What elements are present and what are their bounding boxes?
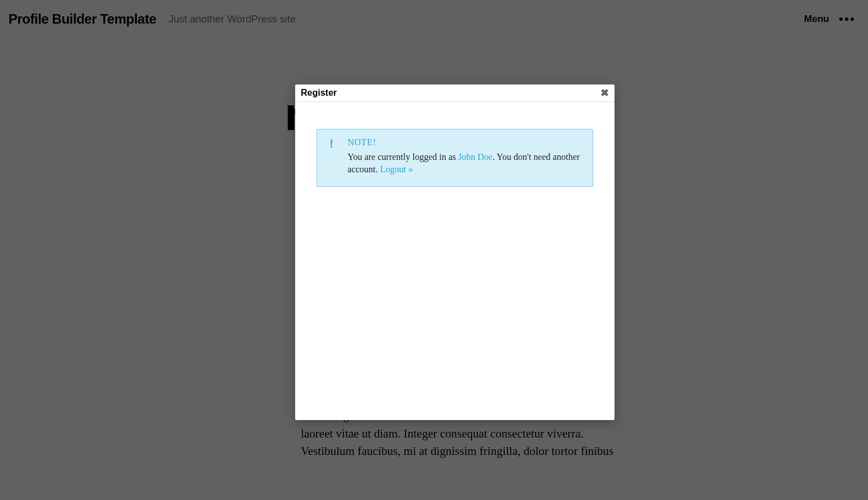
exclamation-icon: ! bbox=[330, 137, 333, 150]
modal-body: ! NOTE! You are currently logged in as J… bbox=[295, 102, 615, 214]
note-text-before: You are currently logged in as bbox=[348, 152, 459, 162]
note-heading: NOTE! bbox=[348, 137, 581, 148]
logout-link[interactable]: Logout » bbox=[380, 164, 413, 174]
note-box: ! NOTE! You are currently logged in as J… bbox=[317, 129, 593, 187]
close-icon[interactable]: ✖ bbox=[600, 88, 609, 98]
register-modal: Register ✖ ! NOTE! You are currently log… bbox=[295, 84, 615, 420]
modal-header: Register ✖ bbox=[295, 84, 615, 102]
note-user-suffix: . bbox=[492, 152, 496, 162]
note-text: You are currently logged in as John Doe.… bbox=[348, 151, 581, 176]
user-link[interactable]: John Doe bbox=[459, 152, 493, 162]
modal-title: Register bbox=[301, 88, 337, 98]
